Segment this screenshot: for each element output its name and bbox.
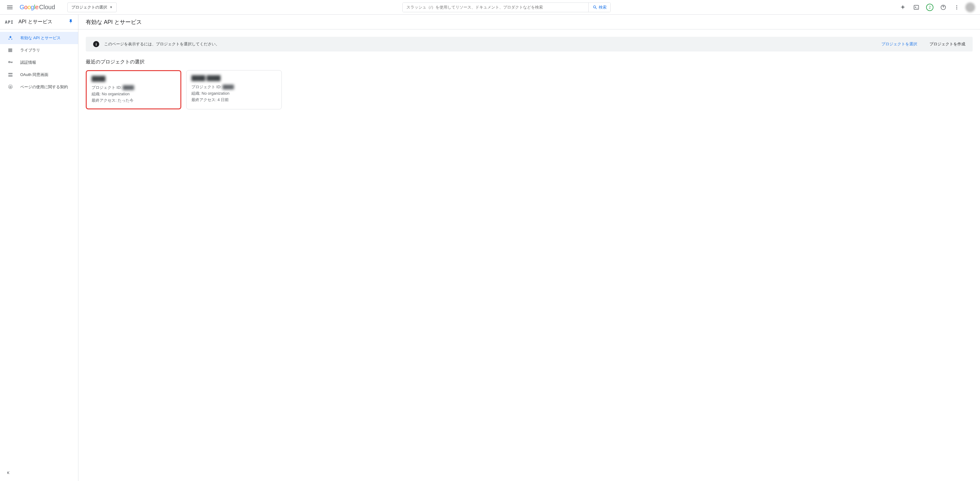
project-org-line: 組織: No organization — [92, 91, 175, 97]
search-icon — [593, 5, 598, 10]
sidebar-item-enabled-apis[interactable]: 有効な API とサービス — [0, 32, 78, 44]
top-header: Google Cloud プロジェクトの選択 ▼ 検索 2 — [0, 0, 980, 15]
create-project-link[interactable]: プロジェクトを作成 — [929, 41, 965, 47]
svg-point-2 — [956, 5, 957, 6]
info-text: このページを表示するには、プロジェクトを選択してください。 — [104, 41, 877, 47]
project-org-line: 組織: No organization — [191, 91, 277, 97]
google-wordmark: Google — [20, 4, 38, 11]
help-icon — [940, 4, 946, 10]
cloud-shell-button[interactable] — [910, 1, 923, 13]
hamburger-icon — [7, 5, 13, 9]
project-selector-label: プロジェクトの選択 — [72, 5, 107, 10]
more-vert-icon — [954, 5, 959, 10]
google-cloud-logo[interactable]: Google Cloud — [20, 4, 55, 11]
info-bar: i このページを表示するには、プロジェクトを選択してください。 プロジェクトを選… — [86, 37, 973, 51]
help-button[interactable] — [937, 1, 950, 13]
recent-projects-title: 最近のプロジェクトの選択 — [86, 59, 973, 65]
sidebar-title: API とサービス — [18, 19, 64, 25]
sidebar-item-credentials[interactable]: 認証情報 — [0, 56, 78, 68]
menu-button[interactable] — [2, 0, 17, 15]
search-box: 検索 — [402, 2, 611, 12]
project-name: ████ ████ — [191, 75, 277, 81]
gemini-button[interactable] — [897, 1, 909, 13]
trial-badge: 2 — [926, 4, 934, 11]
project-selector[interactable]: プロジェクトの選択 ▼ — [67, 2, 117, 12]
sidebar-item-label: OAuth 同意画面 — [20, 72, 48, 78]
svg-point-3 — [956, 7, 957, 8]
sidebar-item-oauth[interactable]: OAuth 同意画面 — [0, 68, 78, 81]
settings-icon — [7, 84, 13, 90]
project-cards: ████ プロジェクト ID: ████ 組織: No organization… — [86, 70, 973, 109]
sidebar: API API とサービス 有効な API とサービス ライブラリ 認証情報 O… — [0, 15, 78, 481]
search-button-label: 検索 — [599, 5, 607, 10]
main-body: i このページを表示するには、プロジェクトを選択してください。 プロジェクトを選… — [78, 29, 980, 117]
api-badge-icon: API — [5, 20, 13, 24]
svg-rect-0 — [914, 5, 919, 9]
terminal-icon — [913, 4, 920, 10]
oauth-icon — [7, 72, 13, 78]
sidebar-item-library[interactable]: ライブラリ — [0, 44, 78, 56]
library-icon — [7, 48, 13, 53]
project-card[interactable]: ████ プロジェクト ID: ████ 組織: No organization… — [86, 70, 181, 109]
avatar[interactable] — [965, 2, 975, 12]
main-header: 有効な API とサービス — [78, 15, 980, 29]
project-name: ████ — [92, 76, 175, 81]
more-button[interactable] — [951, 1, 963, 13]
api-icon — [7, 35, 13, 41]
project-id-line: プロジェクト ID: ████ — [191, 84, 277, 91]
cloud-wordmark: Cloud — [39, 4, 55, 11]
project-access-line: 最終アクセス: 4 日前 — [191, 97, 277, 103]
sidebar-header: API API とサービス — [0, 15, 78, 29]
pin-icon[interactable] — [68, 19, 73, 25]
search-button[interactable]: 検索 — [588, 3, 610, 12]
dropdown-icon: ▼ — [110, 5, 113, 9]
svg-point-4 — [956, 8, 957, 9]
key-icon — [7, 60, 13, 65]
sidebar-item-label: 認証情報 — [20, 60, 36, 65]
sidebar-item-label: ライブラリ — [20, 48, 40, 53]
sidebar-nav: 有効な API とサービス ライブラリ 認証情報 OAuth 同意画面 ページの… — [0, 29, 78, 96]
search-container: 検索 — [126, 2, 887, 12]
sidebar-collapse-button[interactable] — [6, 470, 11, 476]
sidebar-item-label: ページの使用に関する契約 — [20, 84, 68, 90]
chevron-left-icon — [6, 470, 11, 475]
sidebar-item-label: 有効な API とサービス — [20, 35, 60, 41]
sidebar-item-page-usage[interactable]: ページの使用に関する契約 — [0, 81, 78, 93]
layout: API API とサービス 有効な API とサービス ライブラリ 認証情報 O… — [0, 15, 980, 481]
main-content: 有効な API とサービス i このページを表示するには、プロジェクトを選択して… — [78, 15, 980, 481]
page-title: 有効な API とサービス — [86, 18, 142, 26]
trial-status-button[interactable]: 2 — [924, 1, 936, 13]
project-card[interactable]: ████ ████ プロジェクト ID: ████ 組織: No organiz… — [186, 70, 282, 109]
info-icon: i — [93, 41, 99, 47]
project-id-line: プロジェクト ID: ████ — [92, 84, 175, 91]
project-access-line: 最終アクセス: たった今 — [92, 97, 175, 104]
select-project-link[interactable]: プロジェクトを選択 — [881, 41, 917, 47]
search-input[interactable] — [403, 3, 588, 12]
sparkle-icon — [900, 4, 906, 10]
header-right: 2 — [897, 1, 978, 13]
